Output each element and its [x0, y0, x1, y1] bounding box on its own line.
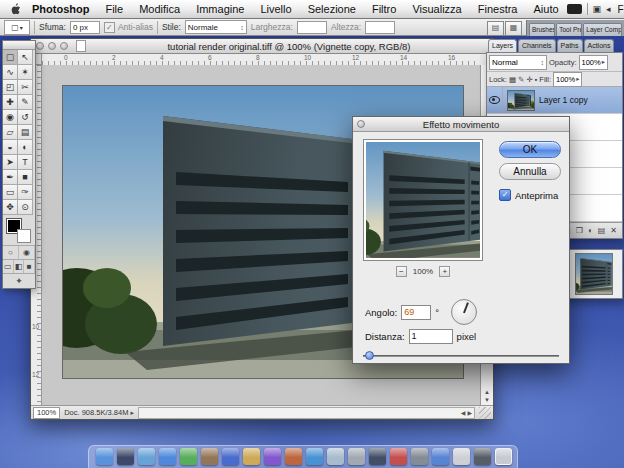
- tool-notes[interactable]: ▭: [3, 185, 18, 200]
- zoom-out-button[interactable]: −: [396, 266, 407, 277]
- slider-thumb[interactable]: [365, 351, 374, 360]
- menu-photoshop[interactable]: Photoshop: [24, 3, 97, 15]
- zoom-level[interactable]: 100%: [33, 407, 60, 419]
- tool-zoom[interactable]: ⊙: [18, 200, 33, 215]
- tool-pen[interactable]: ✒: [3, 170, 18, 185]
- adjustment-layer-button[interactable]: ◐: [588, 226, 593, 235]
- menu-file[interactable]: File: [97, 3, 131, 15]
- document-title-bar[interactable]: tutorial render original.tiff @ 100% (Vi…: [31, 39, 493, 54]
- layer-group-button[interactable]: ❒: [576, 226, 583, 235]
- fill-value[interactable]: 100% ▸: [553, 72, 582, 87]
- tool-move[interactable]: ↖: [18, 50, 33, 65]
- brushes-well-button[interactable]: ▦: [505, 21, 522, 36]
- resize-grip[interactable]: [479, 407, 491, 419]
- dock-garageband[interactable]: [285, 448, 302, 465]
- dock-system-preferences[interactable]: [348, 448, 365, 465]
- dock-safari[interactable]: [159, 448, 176, 465]
- angle-input[interactable]: 69: [401, 305, 431, 320]
- new-layer-button[interactable]: ▤: [598, 226, 606, 235]
- angle-dial[interactable]: [451, 299, 477, 325]
- scroll-down-icon[interactable]: ▼: [481, 397, 493, 403]
- tool-crop[interactable]: ◰: [3, 80, 18, 95]
- fullscreen-button[interactable]: ■: [24, 260, 35, 273]
- style-select[interactable]: Normale ↕: [185, 20, 247, 34]
- distance-input[interactable]: 1: [409, 329, 453, 344]
- apple-menu-icon[interactable]: [10, 3, 21, 16]
- ok-button[interactable]: OK: [499, 141, 561, 158]
- feather-input[interactable]: 0 px: [70, 21, 100, 34]
- dock-ichat[interactable]: [180, 448, 197, 465]
- layer-row[interactable]: Layer 1 copy: [487, 87, 622, 114]
- dock-app-gray[interactable]: [411, 448, 428, 465]
- tab-paths[interactable]: Paths: [557, 39, 583, 52]
- dock-app-red[interactable]: [390, 448, 407, 465]
- tab-layers[interactable]: Layers: [488, 39, 517, 52]
- tool-preset-button[interactable]: ▢ ▾: [4, 20, 30, 35]
- opacity-value[interactable]: 100% ▸: [579, 55, 608, 70]
- close-button[interactable]: [36, 42, 44, 50]
- tool-rectangular-marquee[interactable]: ▢: [3, 50, 18, 65]
- doc-size-info[interactable]: Doc. 908.5K/3.84M ▸: [64, 408, 134, 417]
- tool-clone-stamp[interactable]: ◉: [3, 110, 18, 125]
- standard-mode-button[interactable]: ○: [3, 246, 19, 259]
- tool-slice[interactable]: ✂: [18, 80, 33, 95]
- width-input[interactable]: [297, 21, 327, 34]
- dock-finder[interactable]: [96, 448, 113, 465]
- dock-photoshop[interactable]: [369, 448, 386, 465]
- tool-eraser[interactable]: ▱: [3, 125, 18, 140]
- well-tab-tool-pre[interactable]: Tool Pre: [556, 23, 582, 36]
- well-tab-layer-comps[interactable]: Layer Comps: [583, 23, 622, 36]
- preview-checkbox[interactable]: ✓ Anteprima: [499, 189, 558, 201]
- tab-actions[interactable]: Actions: [584, 39, 615, 52]
- dock-imovie[interactable]: [264, 448, 281, 465]
- height-input[interactable]: [365, 21, 395, 34]
- tool-hand[interactable]: ✥: [3, 200, 18, 215]
- tab-channels[interactable]: Channels: [518, 39, 556, 52]
- fullscreen-menubar-button[interactable]: ◧: [14, 260, 25, 273]
- zoom-window-button[interactable]: [60, 42, 68, 50]
- horizontal-scrollbar[interactable]: ◀ ▶: [138, 407, 475, 419]
- toolbox-header[interactable]: [3, 41, 35, 50]
- menu-extra-display-icon[interactable]: ▣: [593, 4, 602, 14]
- scroll-left-icon[interactable]: ◀: [461, 409, 466, 416]
- menu-filtro[interactable]: Filtro: [364, 3, 404, 15]
- dock-app-silver[interactable]: [453, 448, 470, 465]
- tool-history-brush[interactable]: ↺: [18, 110, 33, 125]
- menu-modifica[interactable]: Modifica: [131, 3, 188, 15]
- cancel-button[interactable]: Annulla: [499, 163, 561, 180]
- dock-app-blue[interactable]: [432, 448, 449, 465]
- quickmask-mode-button[interactable]: ◉: [19, 246, 35, 259]
- tool-shape[interactable]: ■: [18, 170, 33, 185]
- menu-selezione[interactable]: Selezione: [300, 3, 364, 15]
- tool-brush[interactable]: ✎: [18, 95, 33, 110]
- tool-type[interactable]: T: [18, 155, 33, 170]
- blend-mode-select[interactable]: Normal ↕: [489, 55, 547, 70]
- dock-quicktime[interactable]: [306, 448, 323, 465]
- delete-layer-button[interactable]: ✕: [610, 226, 617, 235]
- distance-slider[interactable]: [363, 351, 559, 361]
- menu-livello[interactable]: Livello: [252, 3, 299, 15]
- menu-clock[interactable]: Fri 11:42 AM: [616, 4, 624, 15]
- menu-extra-input-icon[interactable]: [567, 4, 582, 14]
- scroll-up-icon[interactable]: ▲: [481, 389, 493, 395]
- menu-immagine[interactable]: Immagine: [188, 3, 252, 15]
- dock-dashboard[interactable]: [117, 448, 134, 465]
- minimize-button[interactable]: [48, 42, 56, 50]
- well-tab-brushes[interactable]: Brushes: [529, 23, 555, 36]
- lock-transparency-icon[interactable]: ▦: [509, 75, 516, 84]
- dock-mail[interactable]: [138, 448, 155, 465]
- tool-dodge[interactable]: ◐: [18, 140, 33, 155]
- dialog-preview[interactable]: [363, 139, 483, 261]
- tool-eyedropper[interactable]: ✑: [18, 185, 33, 200]
- dock-iphoto[interactable]: [243, 448, 260, 465]
- background-color-swatch[interactable]: [17, 229, 31, 243]
- tool-path-selection[interactable]: ➤: [3, 155, 18, 170]
- imageready-button[interactable]: ✦: [3, 274, 35, 288]
- menu-finestra[interactable]: Finestra: [470, 3, 526, 15]
- dock-trash[interactable]: [495, 448, 512, 465]
- file-browser-button[interactable]: ▤: [487, 21, 504, 36]
- menu-extra-volume-icon[interactable]: ◂: [606, 4, 611, 14]
- tool-healing-brush[interactable]: ✚: [3, 95, 18, 110]
- dock-preview[interactable]: [327, 448, 344, 465]
- lock-position-icon[interactable]: ✛: [526, 75, 532, 84]
